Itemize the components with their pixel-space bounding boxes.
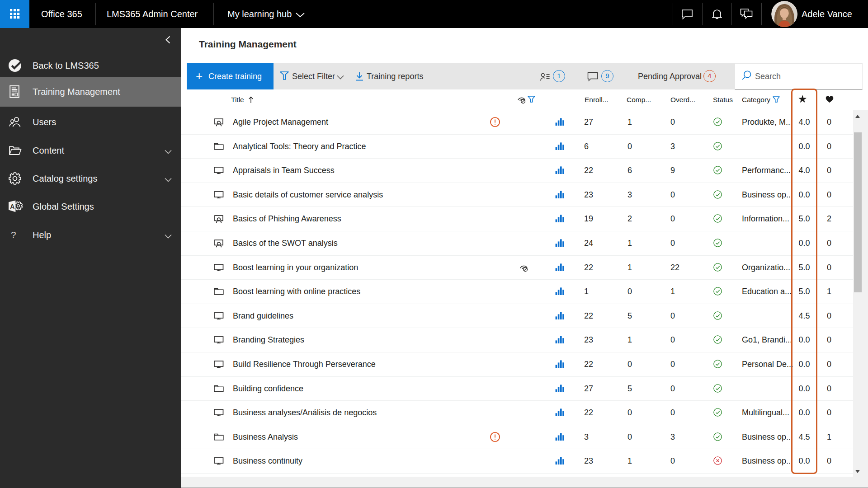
- svg-text:A: A: [10, 203, 14, 210]
